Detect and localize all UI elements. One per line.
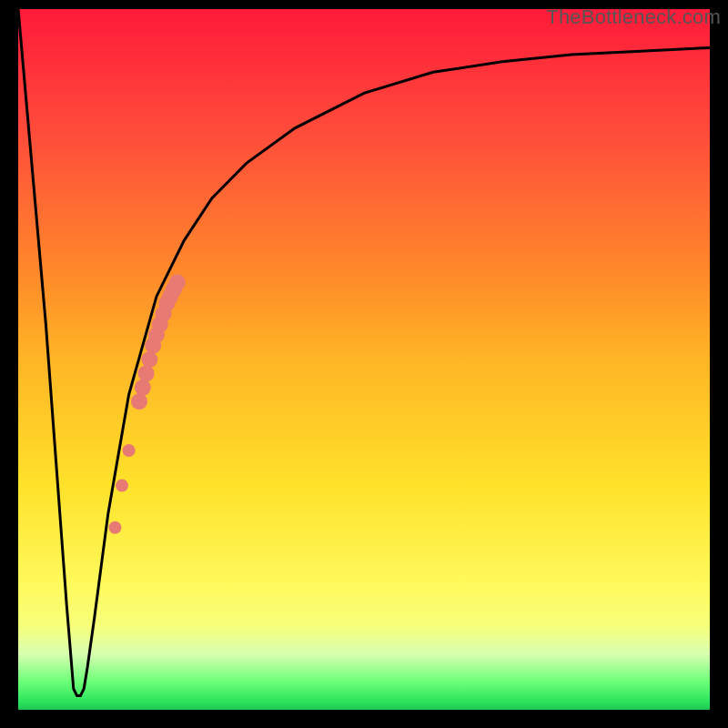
highlight-dot	[141, 351, 157, 368]
highlight-dot	[156, 306, 172, 322]
chart-frame: TheBottleneck.com	[0, 0, 728, 728]
highlight-dot	[123, 444, 136, 457]
highlight-dot	[148, 327, 165, 343]
highlight-dot	[131, 393, 147, 410]
highlight-dot	[152, 317, 168, 333]
highlight-dot	[138, 365, 155, 381]
highlight-dot	[169, 274, 186, 290]
highlight-dot	[108, 521, 121, 534]
highlight-dots	[18, 9, 710, 710]
highlight-dot	[166, 281, 182, 298]
watermark-text: TheBottleneck.com	[546, 5, 721, 29]
highlight-dot	[158, 295, 175, 311]
highlight-dot	[135, 379, 151, 396]
highlight-dot	[145, 338, 161, 354]
highlight-dot	[116, 480, 128, 492]
highlight-dot	[162, 288, 178, 305]
bottleneck-curve	[18, 9, 710, 710]
plot-area	[18, 9, 710, 710]
